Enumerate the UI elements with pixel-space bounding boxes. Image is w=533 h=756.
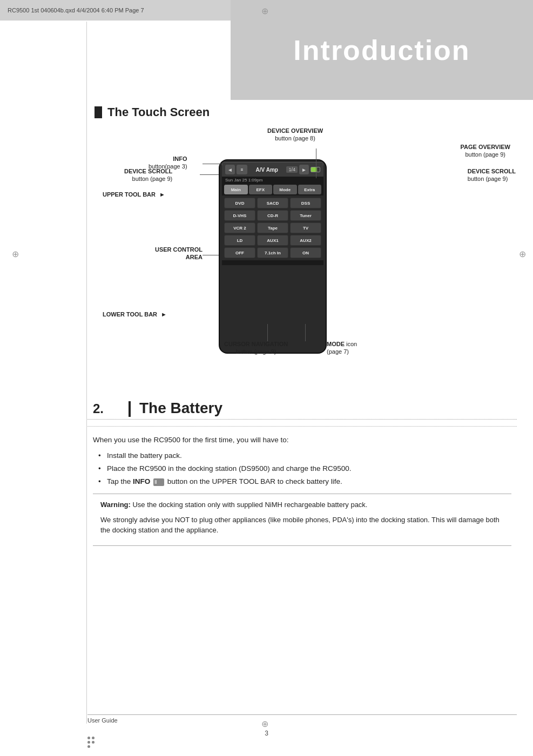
tab-bar: Main EFX Mode Extra (222, 184, 323, 195)
page-title: Introduction (293, 34, 470, 66)
section-header: 2. The Battery (87, 400, 517, 420)
lower-tool-bar-label: LOWER TOOL BAR ► (103, 310, 167, 318)
battery-section: 2. The Battery When you use the RC9500 f… (87, 400, 517, 546)
battery-intro: When you use the RC9500 for the first ti… (93, 434, 511, 446)
user-control-area-label: USER CONTROLAREA (105, 246, 203, 261)
screen-datetime: Sun Jan 25 1:09pm (222, 177, 323, 184)
device-screen: ◄ ≡ A/V Amp 1/4 ► Sun Jan 25 1:09pm Main… (222, 163, 323, 265)
btn-on[interactable]: ON (290, 247, 321, 258)
btn-vcr2[interactable]: VCR 2 (224, 222, 255, 233)
title-area: Introduction (231, 0, 533, 100)
connector-cursor (267, 324, 268, 341)
diagram-container: ◄ ≡ A/V Amp 1/4 ► Sun Jan 25 1:09pm Main… (95, 127, 521, 386)
btn-tuner[interactable]: Tuner (290, 210, 321, 221)
file-info: RC9500 1st 040604b.qxd 4/4/2004 6:40 PM … (8, 7, 144, 14)
connector-user-control (203, 255, 219, 255)
reg-mark-left: ⊕ (10, 248, 21, 259)
btn-dvhs[interactable]: D-VHS (224, 210, 255, 221)
buttons-grid: DVD SACD DSS D-VHS CD-R Tuner VCR 2 Tape… (222, 195, 323, 260)
tab-main[interactable]: Main (224, 185, 248, 194)
btn-ld[interactable]: LD (224, 235, 255, 246)
section-body: When you use the RC9500 for the first ti… (87, 434, 517, 546)
section-title: The Battery (139, 400, 222, 417)
btn-aux2[interactable]: AUX2 (290, 235, 321, 246)
scroll-left-btn[interactable]: ◄ (225, 165, 235, 174)
dot-3 (87, 741, 90, 744)
info-text: INFO (133, 477, 150, 485)
connector-info (203, 164, 221, 164)
btn-sacd[interactable]: SACD (257, 198, 288, 208)
info-btn[interactable]: ≡ (237, 165, 247, 174)
bullet-2: Place the RC9500 in the docking station … (98, 463, 511, 474)
device-overview-label: DEVICE OVERVIEW button (page 8) (267, 127, 323, 143)
reg-mark-top: ⊕ (259, 5, 270, 16)
touch-screen-title: The Touch Screen (107, 105, 210, 119)
tab-mode[interactable]: Mode (273, 185, 297, 194)
btn-aux1[interactable]: AUX1 (257, 235, 288, 246)
warning-line2: We strongly advise you NOT to plug other… (100, 515, 504, 536)
dot-2 (92, 737, 95, 739)
screen-page: 1/4 (286, 166, 298, 173)
footer: User Guide (87, 714, 517, 724)
btn-off[interactable]: OFF (224, 247, 255, 258)
info-icon (153, 478, 164, 486)
warning-line1: Warning: Use the docking station only wi… (100, 500, 504, 510)
reg-mark-bottom: ⊕ (259, 718, 270, 729)
reg-mark-right: ⊕ (517, 248, 528, 259)
mode-icon-label: MODE icon(page 7) (327, 340, 357, 356)
btn-cdr[interactable]: CD-R (257, 210, 288, 221)
connector-mode (305, 324, 306, 341)
btn-tv[interactable]: TV (290, 222, 321, 233)
tab-efx[interactable]: EFX (249, 185, 273, 194)
screen-title: A/V Amp (249, 167, 285, 173)
page-overview-label: PAGE OVERVIEW button (page 9) (460, 143, 510, 159)
connector-scroll-left (200, 174, 219, 175)
dot-4 (92, 741, 95, 744)
battery-bullets: Install the battery pack. Place the RC95… (98, 450, 511, 488)
lower-tool-bar-arrow: ► (161, 311, 167, 318)
touch-screen-heading: The Touch Screen (95, 105, 210, 119)
screen-top-bar: ◄ ≡ A/V Amp 1/4 ► (222, 163, 323, 177)
dotted-divider (87, 426, 517, 427)
warning-box: Warning: Use the docking station only wi… (93, 494, 511, 546)
heading-block-icon (95, 106, 102, 118)
btn-71chin[interactable]: 7.1ch In (257, 247, 288, 258)
device-diagram: ◄ ≡ A/V Amp 1/4 ► Sun Jan 25 1:09pm Main… (219, 159, 327, 354)
bullet-3: Tap the INFO button on the UPPER TOOL BA… (98, 476, 511, 487)
dot-5 (87, 745, 90, 748)
upper-tool-bar-arrow: ► (159, 191, 165, 198)
btn-dvd[interactable]: DVD (224, 198, 255, 208)
cursor-navigation-label: CURSOR NAVIGATION button (page 9) (224, 340, 288, 356)
section-number: 2. (87, 401, 131, 417)
btn-dss[interactable]: DSS (290, 198, 321, 208)
dots-decoration (87, 737, 95, 748)
device-body: ◄ ≡ A/V Amp 1/4 ► Sun Jan 25 1:09pm Main… (219, 159, 327, 354)
dot-1 (87, 737, 90, 739)
device-scroll-left-label: DEVICE SCROLL button (page 9) (124, 167, 172, 183)
upper-tool-bar-label: UPPER TOOL BAR ► (103, 191, 165, 198)
page-number: 3 (0, 730, 533, 737)
scroll-right-btn[interactable]: ► (299, 165, 309, 174)
bullet-1: Install the battery pack. (98, 450, 511, 461)
margin-line (86, 22, 87, 724)
btn-tape[interactable]: Tape (257, 222, 288, 233)
device-scroll-right-label: DEVICE SCROLL button (page 9) (468, 167, 516, 183)
tab-extra[interactable]: Extra (298, 185, 322, 194)
connector-device-overview (316, 148, 316, 178)
footer-label: User Guide (87, 717, 118, 724)
battery-indicator (311, 167, 320, 172)
